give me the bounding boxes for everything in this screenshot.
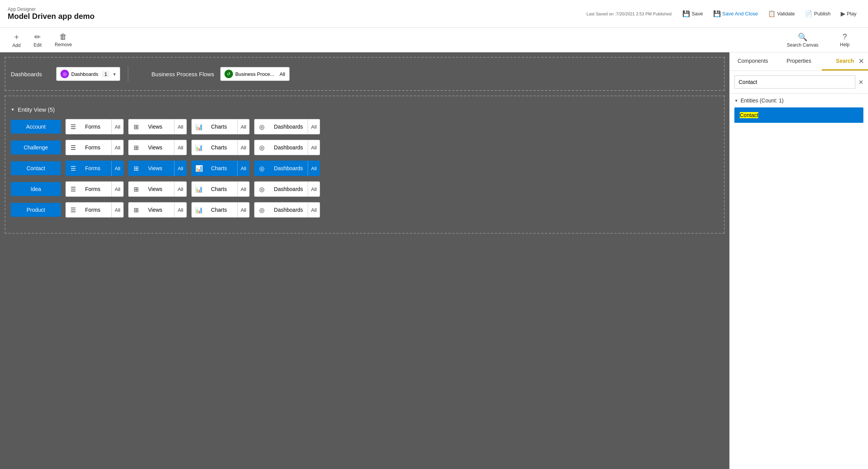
component-all[interactable]: All — [237, 161, 249, 176]
help-button[interactable]: ? Help — [834, 30, 856, 50]
main-layout: Dashboards ◎ Dashboards 1 ▾ Business Pro… — [0, 52, 868, 469]
entity-section: ▼ Entity View (5) Account☰FormsAll⊞Views… — [11, 102, 719, 228]
entities-header[interactable]: ▼ Entities (Count: 1) — [734, 97, 863, 104]
entity-result-item[interactable]: Contact — [734, 107, 863, 123]
component-badge-views[interactable]: ⊞ViewsAll — [128, 161, 186, 176]
entity-view-header[interactable]: ▼ Entity View (5) — [11, 106, 719, 113]
component-badge-forms[interactable]: ☰FormsAll — [65, 161, 124, 176]
component-all[interactable]: All — [237, 119, 249, 134]
dashboards-row: Dashboards ◎ Dashboards 1 ▾ Business Pro… — [11, 63, 719, 85]
component-all[interactable]: All — [174, 182, 186, 196]
bpf-badge[interactable]: ↺ Business Proce... All — [220, 67, 290, 81]
validate-label: Validate — [777, 11, 795, 17]
component-all[interactable]: All — [308, 182, 320, 196]
component-label: Views — [143, 165, 174, 171]
search-canvas-label: Search Canvas — [787, 42, 818, 48]
component-label: Dashboards — [269, 165, 308, 171]
component-badge-views[interactable]: ⊞ViewsAll — [128, 119, 186, 134]
entity-view-section: ▼ Entity View (5) Account☰FormsAll⊞Views… — [5, 95, 725, 234]
component-all[interactable]: All — [111, 119, 123, 134]
views-icon: ⊞ — [129, 203, 143, 217]
entity-name-button-contact[interactable]: Contact — [11, 161, 61, 175]
forms-icon: ☰ — [66, 182, 80, 196]
forms-icon: ☰ — [66, 161, 80, 176]
component-badge-forms[interactable]: ☰FormsAll — [65, 181, 124, 197]
search-canvas-button[interactable]: 🔍 Search Canvas — [781, 30, 824, 50]
play-button[interactable]: ▶ Play — [837, 8, 860, 20]
component-badge-dashboards[interactable]: ◎DashboardsAll — [254, 119, 320, 134]
add-button[interactable]: ＋ Add — [6, 29, 27, 50]
canvas-area[interactable]: Dashboards ◎ Dashboards 1 ▾ Business Pro… — [0, 52, 729, 469]
component-all[interactable]: All — [308, 140, 320, 155]
component-label: Dashboards — [269, 144, 308, 151]
app-label: App Designer — [8, 7, 95, 12]
help-icon: ? — [843, 32, 847, 41]
component-all[interactable]: All — [308, 119, 320, 134]
publish-button[interactable]: 📄 Publish — [801, 8, 834, 20]
save-button[interactable]: 💾 Save — [679, 8, 707, 20]
component-all[interactable]: All — [174, 140, 186, 155]
component-badge-dashboards[interactable]: ◎DashboardsAll — [254, 181, 320, 197]
component-label: Dashboards — [269, 207, 308, 213]
search-clear-button[interactable]: ✕ — [858, 79, 863, 86]
component-all[interactable]: All — [111, 203, 123, 217]
component-all[interactable]: All — [237, 140, 249, 155]
component-all[interactable]: All — [174, 119, 186, 134]
component-badge-dashboards[interactable]: ◎DashboardsAll — [254, 161, 320, 176]
save-label: Save — [692, 11, 703, 17]
component-badge-views[interactable]: ⊞ViewsAll — [128, 202, 186, 218]
dashboards-icon: ◎ — [255, 182, 269, 196]
component-all[interactable]: All — [308, 203, 320, 217]
tab-search-label: Search — [836, 58, 854, 64]
component-all[interactable]: All — [111, 140, 123, 155]
entity-highlight: Contact — [740, 112, 758, 118]
component-badge-charts[interactable]: 📊ChartsAll — [191, 161, 250, 176]
save-and-close-button[interactable]: 💾 Save And Close — [709, 8, 762, 20]
component-badge-charts[interactable]: 📊ChartsAll — [191, 119, 250, 134]
component-all[interactable]: All — [174, 161, 186, 176]
component-badge-charts[interactable]: 📊ChartsAll — [191, 181, 250, 197]
panel-close-button[interactable]: ✕ — [858, 57, 864, 65]
component-badge-charts[interactable]: 📊ChartsAll — [191, 140, 250, 155]
charts-icon: 📊 — [192, 203, 206, 217]
component-label: Charts — [206, 207, 237, 213]
component-label: Views — [143, 124, 174, 130]
search-input[interactable] — [734, 75, 855, 89]
entities-section-label: Entities (Count: 1) — [741, 97, 784, 104]
entity-name-button-idea[interactable]: Idea — [11, 182, 61, 196]
views-icon: ⊞ — [129, 140, 143, 155]
component-badge-views[interactable]: ⊞ViewsAll — [128, 181, 186, 197]
component-label: Views — [143, 186, 174, 192]
entity-name-button-account[interactable]: Account — [11, 120, 61, 134]
bpf-label: Business Process Flows — [151, 71, 214, 77]
component-badge-forms[interactable]: ☰FormsAll — [65, 140, 124, 155]
component-label: Views — [143, 144, 174, 151]
component-label: Charts — [206, 124, 237, 130]
publish-icon: 📄 — [805, 10, 813, 17]
edit-button[interactable]: ✏ Edit — [27, 30, 48, 50]
component-all[interactable]: All — [237, 182, 249, 196]
entities-section: ▼ Entities (Count: 1) Contact — [730, 94, 868, 127]
component-badge-forms[interactable]: ☰FormsAll — [65, 119, 124, 134]
entity-row: Challenge☰FormsAll⊞ViewsAll📊ChartsAll◎Da… — [11, 140, 719, 155]
component-all[interactable]: All — [111, 161, 123, 176]
component-badge-views[interactable]: ⊞ViewsAll — [128, 140, 186, 155]
dashboards-badge[interactable]: ◎ Dashboards 1 ▾ — [56, 67, 120, 81]
component-label: Forms — [80, 165, 111, 171]
component-all[interactable]: All — [174, 203, 186, 217]
entity-name-button-product[interactable]: Product — [11, 203, 61, 217]
component-all[interactable]: All — [308, 161, 320, 176]
component-all[interactable]: All — [237, 203, 249, 217]
entity-name-button-challenge[interactable]: Challenge — [11, 141, 61, 154]
component-all[interactable]: All — [111, 182, 123, 196]
remove-button[interactable]: 🗑 Remove — [49, 30, 78, 50]
tab-properties[interactable]: Properties — [776, 52, 822, 70]
component-badge-dashboards[interactable]: ◎DashboardsAll — [254, 202, 320, 218]
component-badge-dashboards[interactable]: ◎DashboardsAll — [254, 140, 320, 155]
component-badge-charts[interactable]: 📊ChartsAll — [191, 202, 250, 218]
right-panel: Components Properties Search ✕ ✕ ▼ Entit… — [729, 52, 868, 469]
validate-button[interactable]: 📋 Validate — [764, 8, 799, 20]
component-badge-forms[interactable]: ☰FormsAll — [65, 202, 124, 218]
toolbar: ＋ Add ✏ Edit 🗑 Remove 🔍 Search Canvas ? … — [0, 28, 868, 52]
tab-components[interactable]: Components — [730, 52, 776, 70]
